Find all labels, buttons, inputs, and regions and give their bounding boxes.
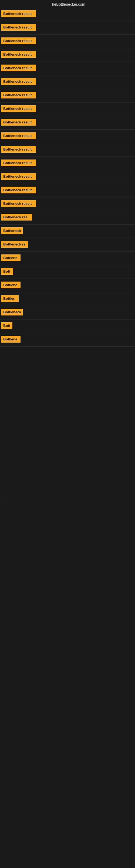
bottleneck-result-card[interactable]: Bottleneck result xyxy=(1,187,36,193)
bottleneck-result-card[interactable]: Bottleneck result xyxy=(1,51,36,58)
bottleneck-card-row: Bottleneck res xyxy=(0,211,135,225)
bottleneck-result-card[interactable]: Bottleneck re xyxy=(1,241,28,248)
bottleneck-card-row: Bottlene xyxy=(0,252,135,265)
bottleneck-card-row: Bottlene xyxy=(0,279,135,292)
site-title: TheBottlenecker.com xyxy=(0,0,135,8)
bottleneck-result-card[interactable]: Bott xyxy=(1,268,13,275)
bottleneck-result-card[interactable]: Bottleneck result xyxy=(1,146,36,153)
bottleneck-card-row: Bottleneck result xyxy=(0,75,135,89)
bottleneck-result-card[interactable]: Bottlen xyxy=(1,295,18,302)
bottleneck-result-card[interactable]: Bott xyxy=(1,322,12,329)
bottleneck-card-row: Bott xyxy=(0,319,135,333)
bottleneck-result-card[interactable]: Bottleneck result xyxy=(1,37,36,44)
bottleneck-card-row: Bottleneck result xyxy=(0,21,135,35)
bottleneck-card-row: Bottleneck result xyxy=(0,197,135,211)
bottleneck-card-row: Bottleneck result xyxy=(0,35,135,48)
bottleneck-card-row: Bottleneck xyxy=(0,225,135,238)
bottleneck-result-card[interactable]: Bottleneck result xyxy=(1,200,36,207)
bottleneck-card-row: Bottleneck re xyxy=(0,238,135,252)
bottleneck-card-row: Bottleneck result xyxy=(0,157,135,170)
bottleneck-card-row: Bottleneck result xyxy=(0,8,135,21)
bottleneck-card-row: Bottleneck result xyxy=(0,184,135,197)
bottleneck-result-card[interactable]: Bottleneck result xyxy=(1,132,36,139)
bottleneck-result-card[interactable]: Bottleneck result xyxy=(1,10,36,17)
bottleneck-result-card[interactable]: Bottleneck result xyxy=(1,159,36,166)
bottleneck-card-row: Bottleneck result xyxy=(0,48,135,62)
bottleneck-result-card[interactable]: Bottleneck result xyxy=(1,105,36,112)
bottleneck-card-row: Bottleneck result xyxy=(0,62,135,75)
bottleneck-result-card[interactable]: Bottleneck res xyxy=(1,214,32,220)
ellipsis-text: ... xyxy=(2,496,4,499)
bottleneck-result-card[interactable]: Bottleneck result xyxy=(1,119,36,126)
bottleneck-card-row: Bottlene xyxy=(0,333,135,347)
bottleneck-card-row: Bottleneck result xyxy=(0,143,135,157)
bottleneck-result-card[interactable]: Bottleneck result xyxy=(1,78,36,85)
bottleneck-card-row: Bottleneck result xyxy=(0,116,135,130)
bottleneck-result-card[interactable]: Bottlene xyxy=(1,336,20,343)
bottleneck-card-row: Bottlen xyxy=(0,292,135,306)
bottleneck-result-card[interactable]: Bottleneck result xyxy=(1,92,36,98)
bottleneck-result-card[interactable]: Bottlene xyxy=(1,254,20,261)
bottleneck-card-row: Bottleneck xyxy=(0,306,135,319)
bottleneck-card-row: Bottleneck result xyxy=(0,130,135,143)
page-container: TheBottlenecker.com Bottleneck resultBot… xyxy=(0,0,135,726)
bottleneck-result-card[interactable]: Bottlene xyxy=(1,282,20,288)
bottleneck-result-card[interactable]: Bottleneck result xyxy=(1,65,36,71)
bottleneck-result-card[interactable]: Bottleneck xyxy=(1,227,23,234)
bottleneck-result-card[interactable]: Bottleneck result xyxy=(1,24,36,31)
bottleneck-card-row: Bott xyxy=(0,265,135,279)
bottleneck-result-card[interactable]: Bottleneck result xyxy=(1,173,36,180)
bottleneck-card-row: Bottleneck result xyxy=(0,170,135,184)
bottleneck-result-card[interactable]: Bottleneck xyxy=(1,309,23,315)
bottleneck-card-row: Bottleneck result xyxy=(0,89,135,102)
bottleneck-card-row: Bottleneck result xyxy=(0,102,135,116)
